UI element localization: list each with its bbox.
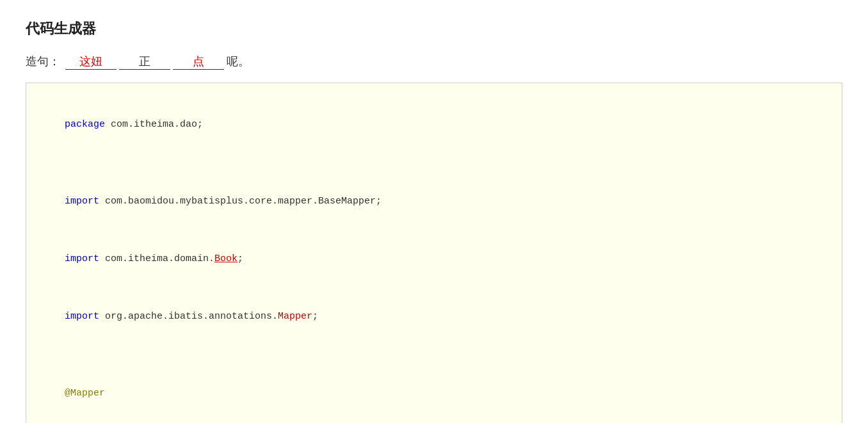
sentence-label: 造句：	[26, 54, 60, 69]
sentence-text1: 正	[119, 54, 170, 70]
code-line-mapper-ann: @Mapper	[42, 365, 826, 422]
code-line-blank1	[42, 154, 826, 173]
code-box: package com.itheima.dao; import com.baom…	[26, 83, 842, 423]
kw-package: package	[65, 119, 105, 130]
code-line-blank2	[42, 346, 826, 365]
sentence-blank1: 这妞	[65, 54, 117, 70]
sentence-text2: 呢。	[227, 54, 250, 69]
sentence-row: 造句： 这妞 正 点 呢。	[26, 54, 842, 70]
code-line-pkg: package com.itheima.dao;	[42, 96, 826, 154]
page-title: 代码生成器	[26, 19, 842, 38]
code-line-import1: import com.baomidou.mybatisplus.core.map…	[42, 173, 826, 230]
code-line-import3: import org.apache.ibatis.annotations.Map…	[42, 288, 826, 346]
code-line-import2: import com.itheima.domain.Book;	[42, 230, 826, 288]
sentence-blank2: 点	[173, 54, 224, 70]
